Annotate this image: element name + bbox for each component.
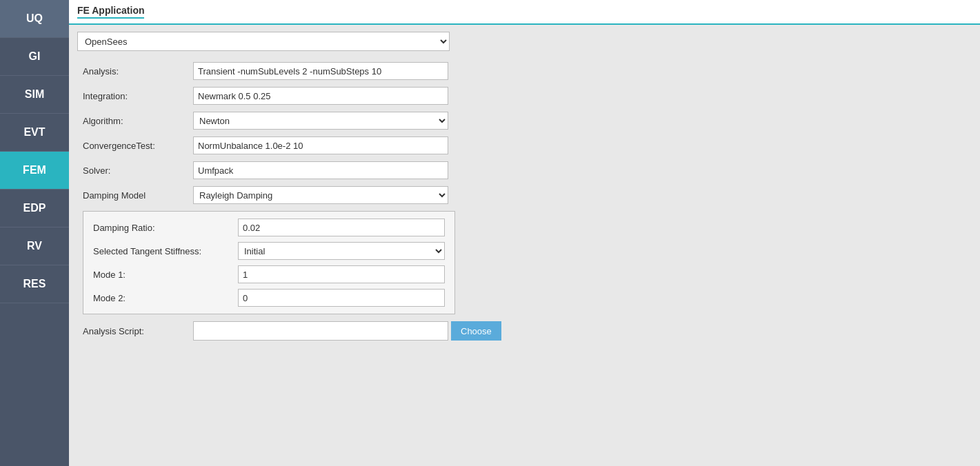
convergence-row: ConvergenceTest: (83, 136, 966, 154)
sidebar-item-uq[interactable]: UQ (0, 0, 69, 38)
mode1-input[interactable] (238, 265, 445, 283)
convergence-input[interactable] (193, 136, 448, 154)
sidebar-item-res[interactable]: RES (0, 265, 69, 303)
mode1-label: Mode 1: (93, 270, 238, 280)
sidebar-item-gi[interactable]: GI (0, 38, 69, 76)
solver-row: Solver: (83, 161, 966, 179)
mode1-row: Mode 1: (93, 265, 445, 283)
form-area: Analysis: Integration: Algorithm: Newton… (69, 57, 980, 466)
sidebar: UQ GI SIM EVT FEM EDP RV RES (0, 0, 69, 466)
solver-input[interactable] (193, 161, 448, 179)
solver-label: Solver: (83, 165, 193, 176)
sidebar-item-sim[interactable]: SIM (0, 76, 69, 114)
sidebar-item-evt[interactable]: EVT (0, 114, 69, 152)
algorithm-select[interactable]: Newton NewtonLineSearch ModifiedNewton B… (193, 112, 448, 130)
page-title: FE Application (77, 5, 144, 19)
convergence-label: ConvergenceTest: (83, 141, 193, 151)
analysis-row: Analysis: (83, 62, 966, 80)
damping-section: Damping Ratio: Selected Tangent Stiffnes… (83, 211, 966, 314)
algorithm-label: Algorithm: (83, 116, 193, 126)
choose-button[interactable]: Choose (451, 321, 501, 341)
analysis-script-input[interactable] (193, 321, 448, 341)
integration-input[interactable] (193, 87, 448, 105)
analysis-label: Analysis: (83, 66, 193, 77)
damping-ratio-label: Damping Ratio: (93, 223, 238, 233)
algorithm-row: Algorithm: Newton NewtonLineSearch Modif… (83, 112, 966, 130)
tangent-stiffness-row: Selected Tangent Stiffness: Initial Curr… (93, 242, 445, 260)
app-dropdown[interactable]: OpenSees OpenSeesPy Custom (77, 32, 450, 51)
app-selector-row: OpenSees OpenSeesPy Custom (69, 25, 980, 57)
header: FE Application (69, 0, 980, 25)
mode2-input[interactable] (238, 289, 445, 307)
damping-model-row: Damping Model Rayleigh Damping None Moda… (83, 186, 966, 204)
tangent-stiffness-select[interactable]: Initial Current Committed (238, 242, 445, 260)
mode2-row: Mode 2: (93, 289, 445, 307)
integration-row: Integration: (83, 87, 966, 105)
sidebar-item-edp[interactable]: EDP (0, 190, 69, 227)
damping-ratio-input[interactable] (238, 219, 445, 236)
main-content: FE Application OpenSees OpenSeesPy Custo… (69, 0, 980, 466)
sidebar-item-fem[interactable]: FEM (0, 152, 69, 190)
tangent-stiffness-label: Selected Tangent Stiffness: (93, 246, 238, 256)
mode2-label: Mode 2: (93, 293, 238, 303)
analysis-script-row: Analysis Script: Choose (83, 321, 966, 341)
analysis-script-label: Analysis Script: (83, 326, 193, 336)
damping-ratio-row: Damping Ratio: (93, 219, 445, 236)
sidebar-item-rv[interactable]: RV (0, 227, 69, 265)
integration-label: Integration: (83, 91, 193, 101)
analysis-input[interactable] (193, 62, 448, 80)
damping-model-select[interactable]: Rayleigh Damping None Modal Damping (193, 186, 448, 204)
damping-model-label: Damping Model (83, 190, 193, 201)
